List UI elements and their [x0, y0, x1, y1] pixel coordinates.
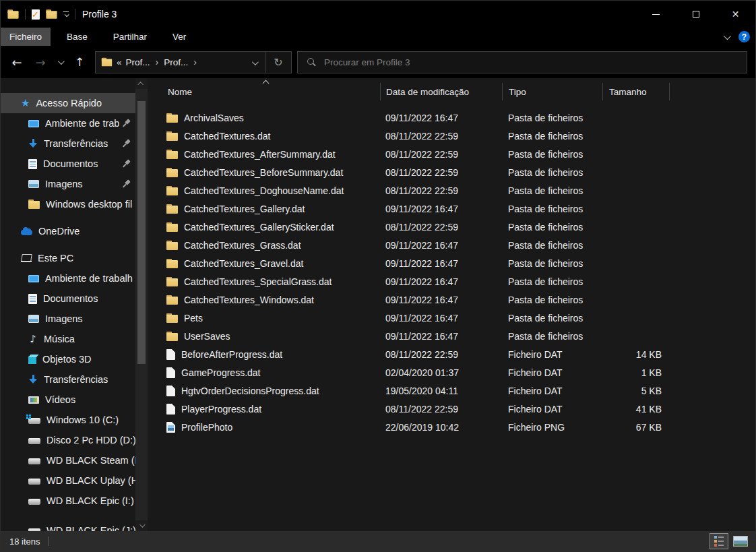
folder-icon — [166, 241, 178, 250]
sidebar-item-imagens-pc[interactable]: Imagens — [1, 309, 135, 329]
sidebar-item-transferencias[interactable]: Transferências — [1, 133, 135, 154]
search-box[interactable] — [297, 51, 747, 73]
sidebar-item-musica[interactable]: ♪ Música — [1, 329, 135, 349]
sidebar-item-videos[interactable]: Vídeos — [1, 390, 135, 410]
file-size: 67 KB — [602, 422, 670, 433]
sidebar-item-windows-10-c[interactable]: Windows 10 (C:) — [1, 410, 135, 430]
desktop-icon — [28, 120, 39, 127]
thumbnails-view-button[interactable] — [731, 533, 750, 549]
tab-partilhar[interactable]: Partilhar — [104, 28, 156, 46]
scrollbar-thumb[interactable] — [137, 101, 146, 364]
sidebar-item-label: WD BLACK Epic (J:) — [46, 525, 135, 531]
sidebar-item-label: Transferências — [44, 374, 108, 385]
sidebar-item-documentos[interactable]: Documentos — [1, 154, 135, 174]
table-row[interactable]: CatchedTextures_GallerySticker.dat 08/11… — [148, 218, 755, 236]
file-type: Pasta de ficheiros — [502, 331, 602, 342]
minimize-button[interactable] — [636, 1, 676, 28]
table-row[interactable]: CatchedTextures_DoghouseName.dat 08/11/2… — [148, 181, 755, 200]
collapse-ribbon-chevron-icon[interactable] — [724, 32, 731, 39]
table-row[interactable]: BeforeAfterProgress.dat 08/11/2022 22:59… — [148, 345, 755, 363]
column-header-data[interactable]: Data de modificação — [380, 83, 502, 100]
sidebar-item-wd-black-epic-i[interactable]: WD BLACK Epic (I:) — [1, 491, 135, 511]
table-row[interactable]: CatchedTextures_Gravel.dat 09/11/2022 16… — [148, 254, 755, 272]
table-row[interactable]: CatchedTextures.dat 08/11/2022 22:59 Pas… — [148, 127, 755, 145]
forward-button[interactable]: → — [29, 51, 52, 73]
scroll-up-icon[interactable] — [139, 78, 144, 89]
tab-base[interactable]: Base — [57, 28, 97, 46]
file-name: Pets — [184, 313, 203, 324]
sidebar-item-documentos-pc[interactable]: Documentos — [1, 288, 135, 309]
breadcrumb-segment[interactable]: Prof... — [123, 57, 153, 67]
sidebar-item-windows-desktop-fil[interactable]: Windows desktop fil — [1, 194, 135, 214]
breadcrumb-chevron-icon[interactable]: › — [153, 57, 162, 67]
close-button[interactable]: ✕ — [716, 1, 755, 28]
sidebar-item-este-pc[interactable]: Este PC — [1, 248, 135, 268]
sidebar-item-transferencias-pc[interactable]: Transferências — [1, 369, 135, 390]
new-folder-icon[interactable] — [46, 9, 57, 18]
tab-ficheiro[interactable]: Ficheiro — [1, 28, 51, 46]
file-name: CatchedTextures_Gallery.dat — [184, 204, 305, 214]
column-header-nome[interactable]: Nome — [148, 83, 380, 100]
help-icon[interactable]: ? — [738, 31, 750, 42]
navigation-pane: ★ Acesso Rápido Ambiente de trab Transfe… — [1, 78, 135, 531]
table-row[interactable]: Pets 09/11/2022 16:47 Pasta de ficheiros — [148, 309, 755, 327]
pin-icon — [123, 119, 131, 127]
breadcrumb-segment[interactable]: Prof... — [161, 57, 191, 67]
file-date: 09/11/2022 16:47 — [380, 331, 502, 342]
file-type: Ficheiro DAT — [502, 367, 602, 378]
customize-toolbar-chevron-icon[interactable] — [63, 11, 69, 17]
back-button[interactable]: ← — [5, 51, 29, 73]
items-count: 18 itens — [9, 536, 40, 547]
sidebar-item-wd-black-epic-j[interactable]: WD BLACK Epic (J:) — [1, 520, 135, 531]
table-row[interactable]: CatchedTextures_Gallery.dat 09/11/2022 1… — [148, 200, 755, 218]
sidebar-item-imagens[interactable]: Imagens — [1, 174, 135, 194]
breadcrumb-overflow[interactable]: « — [113, 57, 123, 67]
sidebar-item-wd-black-steam-e[interactable]: WD BLACK Steam (E — [1, 450, 135, 470]
sidebar-item-acesso-rapido[interactable]: ★ Acesso Rápido — [1, 93, 135, 113]
address-bar[interactable]: « Prof... › Prof... › ↻ — [95, 51, 292, 73]
recent-locations-chevron[interactable] — [52, 51, 68, 73]
table-row[interactable]: GameProgress.dat 02/04/2020 01:37 Fichei… — [148, 363, 755, 381]
sidebar-item-onedrive[interactable]: OneDrive — [1, 221, 135, 241]
scroll-down-icon[interactable] — [139, 520, 144, 531]
file-type: Pasta de ficheiros — [502, 131, 602, 142]
scrollbar-track[interactable] — [135, 89, 148, 520]
tab-ver[interactable]: Ver — [163, 28, 195, 46]
table-row[interactable]: ProfilePhoto 22/06/2019 10:42 Ficheiro P… — [148, 418, 755, 436]
table-row[interactable]: HgtvOrderDecisionsProgress.dat 19/05/202… — [148, 381, 755, 400]
table-row[interactable]: CatchedTextures_BeforeSummary.dat 08/11/… — [148, 163, 755, 181]
sidebar-item-label: Ambiente de trab — [45, 118, 119, 129]
sidebar-item-ambiente-de-trabalho-pc[interactable]: Ambiente de trabalh — [1, 268, 135, 288]
breadcrumb-chevron-icon[interactable]: › — [191, 57, 199, 67]
sidebar-item-wd-black-uplay-h[interactable]: WD BLACK Uplay (H — [1, 470, 135, 491]
column-header-tamanho[interactable]: Tamanho — [602, 83, 670, 100]
explorer-window: Profile 3 ✕ Ficheiro Base Partilhar Ver … — [0, 0, 756, 552]
sidebar-item-ambiente-de-trabalho[interactable]: Ambiente de trab — [1, 113, 135, 133]
search-input[interactable] — [324, 57, 747, 67]
up-button[interactable]: ↑ — [68, 51, 91, 73]
sidebar-item-disco-2-pc-hdd-d[interactable]: Disco 2 Pc HDD (D:) — [1, 430, 135, 450]
sidebar-item-label: Imagens — [45, 313, 83, 324]
table-row[interactable]: UserSaves 09/11/2022 16:47 Pasta de fich… — [148, 327, 755, 345]
sidebar-item-objetos-3d[interactable]: Objetos 3D — [1, 349, 135, 369]
properties-check-icon[interactable] — [32, 9, 40, 20]
file-name: CatchedTextures_Grass.dat — [184, 240, 301, 251]
table-row[interactable]: CatchedTextures_Grass.dat 09/11/2022 16:… — [148, 236, 755, 254]
file-name: ArchivalSaves — [184, 113, 244, 123]
sidebar-scrollbar[interactable] — [135, 78, 148, 531]
table-row[interactable]: ArchivalSaves 09/11/2022 16:47 Pasta de … — [148, 109, 755, 127]
refresh-icon[interactable]: ↻ — [265, 56, 291, 69]
details-view-button[interactable] — [710, 533, 728, 549]
table-row[interactable]: CatchedTextures_AfterSummary.dat 08/11/2… — [148, 145, 755, 163]
pin-icon — [123, 140, 131, 148]
file-date: 09/11/2022 16:47 — [380, 258, 502, 269]
address-dropdown-chevron[interactable] — [244, 56, 265, 68]
table-row[interactable]: PlayerProgress.dat 08/11/2022 22:59 Fich… — [148, 400, 755, 418]
table-row[interactable]: CatchedTextures_Windows.dat 09/11/2022 1… — [148, 290, 755, 309]
file-type: Ficheiro PNG — [502, 422, 602, 433]
sidebar-item-label: Vídeos — [45, 394, 75, 405]
sidebar-item-label: WD BLACK Uplay (H — [46, 475, 135, 486]
column-header-tipo[interactable]: Tipo — [502, 83, 602, 100]
maximize-button[interactable] — [676, 1, 716, 28]
table-row[interactable]: CatchedTextures_SpecialGrass.dat 09/11/2… — [148, 272, 755, 290]
